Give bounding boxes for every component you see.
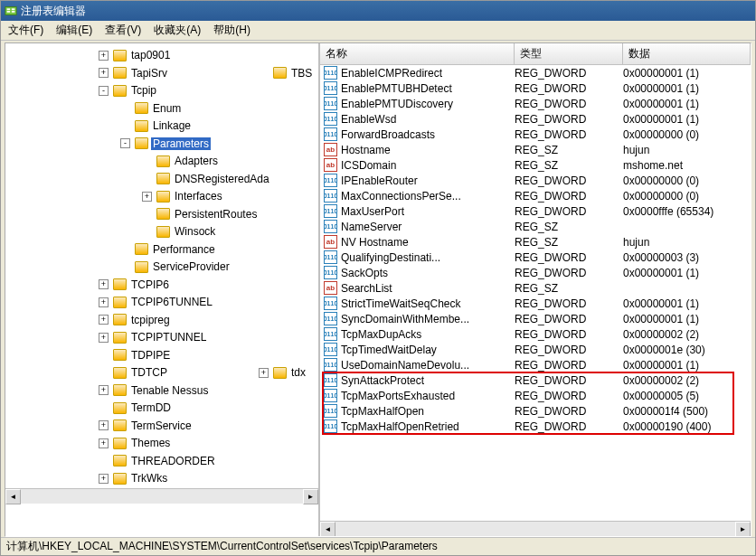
dword-value-icon: 0110 [324, 419, 337, 433]
column-name[interactable]: 名称 [320, 43, 515, 64]
tree-node[interactable]: +Linkage [9, 118, 193, 134]
value-row[interactable]: 0110TcpMaxHalfOpenREG_DWORD0x000001f4 (5… [320, 403, 751, 419]
value-row[interactable]: abHostnameREG_SZhujun [320, 142, 751, 157]
scroll-left-button[interactable]: ◄ [5, 489, 21, 504]
tree-node[interactable]: +TCPIP6TUNNEL [9, 295, 214, 310]
value-row[interactable]: 0110SackOptsREG_DWORD0x00000001 (1) [320, 265, 751, 280]
expand-toggle[interactable]: + [99, 51, 109, 61]
tree-node[interactable]: +THREADORDER [9, 453, 217, 468]
value-row[interactable]: 0110QualifyingDestinati...REG_DWORD0x000… [320, 250, 751, 265]
value-row[interactable]: 0110MaxConnectionsPerSe...REG_DWORD0x000… [320, 188, 751, 203]
menu-help[interactable]: 帮助(H) [213, 23, 250, 38]
menu-file[interactable]: 文件(F) [8, 23, 43, 38]
expand-toggle[interactable]: + [99, 68, 109, 78]
expand-toggle[interactable]: + [259, 368, 269, 378]
value-row[interactable]: abNV HostnameREG_SZhujun [320, 234, 751, 250]
tree-node[interactable]: +Tenable Nessus [9, 382, 210, 398]
tree-node[interactable]: +Themes [9, 436, 172, 451]
value-row[interactable]: 0110TcpTimedWaitDelayREG_DWORD0x0000001e… [320, 342, 751, 357]
tree-node[interactable]: +DNSRegisteredAda [9, 171, 271, 186]
dword-value-icon: 0110 [324, 174, 337, 187]
tree-node[interactable]: -Parameters [9, 136, 211, 151]
scroll-track[interactable] [335, 522, 735, 536]
tree-node[interactable]: +tcpipreg [9, 312, 172, 327]
scroll-left-button[interactable]: ◄ [320, 522, 335, 536]
expand-toggle[interactable]: + [99, 315, 109, 325]
tree-node[interactable]: +ServiceProvider [9, 259, 232, 275]
value-type: REG_DWORD [515, 328, 623, 341]
expand-toggle[interactable]: - [120, 138, 130, 148]
tree-node[interactable]: +TermService [9, 418, 194, 433]
value-row[interactable]: 0110SynAttackProtectREG_DWORD0x00000002 … [320, 372, 751, 388]
tree-node[interactable]: +TBS [169, 65, 314, 80]
tree-label: TermDD [129, 401, 173, 414]
value-row[interactable]: 0110EnablePMTUDiscoveryREG_DWORD0x000000… [320, 96, 751, 111]
list-scrollbar-h[interactable]: ◄ ► [320, 521, 751, 536]
tree-pane[interactable]: +tap0901+TapiSrv+TBS-Tcpip+Enum+Linkage-… [5, 43, 320, 536]
tree-node[interactable]: +Enum [9, 100, 183, 116]
value-row[interactable]: 0110IPEnableRouterREG_DWORD0x00000000 (0… [320, 173, 751, 188]
menu-favorites[interactable]: 收藏夹(A) [154, 23, 201, 38]
value-row[interactable]: abSearchListREG_SZ [320, 280, 751, 296]
expand-toggle[interactable]: + [99, 385, 109, 395]
column-type[interactable]: 类型 [515, 43, 623, 64]
value-name: Hostname [341, 144, 391, 156]
value-row[interactable]: 0110EnableICMPRedirectREG_DWORD0x0000000… [320, 65, 751, 80]
column-data[interactable]: 数据 [623, 43, 751, 64]
tree-node[interactable]: +TDTCP [9, 365, 169, 381]
tree-node[interactable]: +Performance [9, 241, 217, 257]
value-data: 0x00000001 (1) [623, 82, 751, 95]
folder-icon [156, 208, 170, 220]
tree-node[interactable]: +Adapters [9, 154, 220, 169]
tree-node[interactable]: +tdx [169, 365, 307, 381]
value-row[interactable]: abICSDomainREG_SZmshome.net [320, 157, 751, 173]
values-list[interactable]: 0110EnableICMPRedirectREG_DWORD0x0000000… [320, 65, 751, 521]
expand-toggle[interactable]: + [99, 297, 109, 307]
expand-toggle[interactable]: + [99, 279, 109, 289]
tree-node[interactable]: +TCPIP6 [9, 277, 171, 292]
expand-toggle[interactable]: - [99, 86, 109, 96]
tree-node[interactable]: +Winsock [9, 224, 217, 240]
menu-edit[interactable]: 编辑(E) [56, 23, 92, 38]
tree-node[interactable]: -Tcpip [9, 83, 158, 99]
registry-tree[interactable]: +tap0901+TapiSrv+TBS-Tcpip+Enum+Linkage-… [5, 43, 318, 488]
value-name: NameServer [341, 221, 402, 233]
tree-node[interactable]: +tap0901 [9, 48, 172, 63]
tree-node[interactable]: +TrkWks [9, 471, 169, 486]
expand-toggle[interactable]: + [142, 192, 152, 202]
tree-node[interactable]: +PersistentRoutes [9, 206, 259, 221]
expand-toggle[interactable]: + [99, 333, 109, 343]
folder-icon [113, 419, 127, 431]
scroll-right-button[interactable]: ► [735, 522, 751, 536]
list-pane[interactable]: 名称 类型 数据 0110EnableICMPRedirectREG_DWORD… [320, 43, 751, 536]
value-name: MaxUserPort [341, 205, 404, 218]
tree-node[interactable]: +TCPIPTUNNEL [9, 330, 208, 345]
value-row[interactable]: 0110ForwardBroadcastsREG_DWORD0x00000000… [320, 127, 751, 142]
expand-toggle[interactable]: + [99, 420, 109, 430]
value-row[interactable]: 0110EnableWsdREG_DWORD0x00000001 (1) [320, 111, 751, 127]
scroll-track[interactable] [21, 489, 303, 504]
tree-node[interactable]: +TapiSrv [9, 65, 169, 80]
value-row[interactable]: 0110TcpMaxHalfOpenRetriedREG_DWORD0x0000… [320, 419, 751, 434]
value-data: 0x00000001 (1) [623, 98, 751, 110]
value-data: 0x00000001 (1) [623, 267, 751, 279]
value-row[interactable]: 0110TcpMaxPortsExhaustedREG_DWORD0x00000… [320, 388, 751, 403]
value-row[interactable]: 0110StrictTimeWaitSeqCheckREG_DWORD0x000… [320, 296, 751, 311]
value-row[interactable]: 0110SyncDomainWithMembe...REG_DWORD0x000… [320, 311, 751, 326]
tree-node[interactable]: +Interfaces [9, 189, 224, 204]
expand-toggle[interactable]: + [99, 438, 109, 448]
expand-toggle[interactable]: + [99, 474, 109, 484]
value-row[interactable]: 0110NameServerREG_SZ [320, 219, 751, 234]
value-data: 0x00000000 (0) [623, 128, 751, 141]
value-row[interactable]: 0110UseDomainNameDevolu...REG_DWORD0x000… [320, 357, 751, 372]
tree-node[interactable]: +TDPIPE [9, 347, 172, 363]
value-type: REG_SZ [515, 159, 623, 172]
value-row[interactable]: 0110MaxUserPortREG_DWORD0x0000fffe (6553… [320, 203, 751, 219]
tree-scrollbar-h[interactable]: ◄ ► [5, 488, 318, 504]
scroll-right-button[interactable]: ► [303, 489, 318, 504]
value-row[interactable]: 0110TcpMaxDupAcksREG_DWORD0x00000002 (2) [320, 326, 751, 342]
value-row[interactable]: 0110EnablePMTUBHDetectREG_DWORD0x0000000… [320, 80, 751, 96]
value-name: EnableWsd [341, 113, 396, 126]
tree-node[interactable]: +TermDD [9, 401, 173, 416]
menu-view[interactable]: 查看(V) [105, 23, 141, 38]
